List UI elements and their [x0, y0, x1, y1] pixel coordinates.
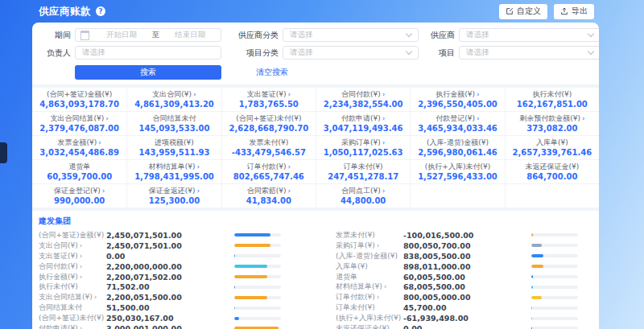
stat-card[interactable]: 采购订单(¥)›1,050,117,025.63 [316, 135, 410, 159]
stat-value: 4,861,309,413.20 [129, 100, 219, 109]
customize-button[interactable]: 自定义 [499, 4, 547, 19]
stat-card[interactable]: 保证金登记(¥)›990,000.00 [32, 183, 126, 208]
drill-arrow-icon: › [384, 282, 387, 290]
export-button[interactable]: 导出 [554, 4, 594, 19]
stat-card[interactable]: 订单付款(¥)›802,665,747.46 [221, 159, 316, 183]
stat-value: 2,234,382,554.00 [318, 100, 408, 109]
stat-card[interactable]: 剩余预付款金额(¥)›373,082.00 [505, 111, 599, 135]
stat-card[interactable]: 支出签证(¥)›1,783,765.50 [221, 88, 316, 111]
metric-value: 800,050,700.00 [403, 241, 531, 250]
drill-arrow-icon: › [197, 187, 200, 195]
stat-value: 990,000.00 [34, 196, 125, 206]
metric-bar [531, 254, 578, 257]
stat-card[interactable]: 合同点工(¥)›44,800.00 [316, 183, 410, 208]
metric-row[interactable]: 材料结算单(¥)›68,005,500.00 [336, 282, 592, 292]
stat-card[interactable]: 保证金返还(¥)›125,300.00 [126, 183, 221, 208]
clear-search-link[interactable]: 清空搜索 [256, 67, 288, 78]
stat-card[interactable]: 合同索赔(¥)›41,834.00 [221, 183, 316, 208]
stat-label: (执行+入库)未付(¥) [412, 162, 502, 171]
metric-row[interactable]: 执行金额(¥)›2,200,071,502.00 [39, 272, 295, 282]
stat-value: 3,465,934,033.46 [412, 124, 502, 134]
stat-label: 合同索赔(¥)› [224, 187, 314, 195]
page-title: 供应商账款 [39, 5, 91, 19]
metric-row[interactable]: 采购订单(¥)›800,050,700.00 [336, 241, 592, 251]
metric-row[interactable]: 合同付款(¥)›2,200,000,000.00 [39, 261, 295, 272]
metric-row[interactable]: 支出签证(¥)›0.00 [39, 251, 295, 261]
drill-arrow-icon: › [382, 90, 386, 98]
stat-card: 退货单60,359,700.00 [32, 159, 126, 183]
screen: 供应商账款 ? 自定义 导出 期间 开始日期 至 结束日期 [0, 0, 644, 329]
metric-value: 3,000,001,000.00 [106, 324, 234, 329]
metric-label: (入库-退货)金额(¥) [336, 251, 403, 261]
metric-row[interactable]: 支出合同(¥)›2,450,071,501.00 [39, 241, 295, 251]
stat-card[interactable]: 合同付款(¥)›2,234,382,554.00 [316, 88, 410, 111]
stat-label: 进项税额(¥) [129, 138, 219, 147]
chevron-down-icon [588, 31, 594, 37]
stat-card[interactable]: 付款登记(¥)›3,465,934,033.46 [410, 111, 504, 135]
stat-card: 进项税额(¥)143,959,511.93 [126, 135, 221, 159]
supplier-label: 供应商 [423, 30, 455, 41]
stat-card[interactable]: 材料结算单(¥)›1,798,431,995.00 [126, 159, 221, 183]
stat-card: 合同结算未付145,093,533.00 [126, 111, 221, 135]
topbar: 供应商账款 ? 自定义 导出 [0, 0, 644, 23]
chevron-down-icon [588, 48, 594, 55]
stat-card: (执行+入库)未付(¥)1,527,596,433.00 [410, 159, 504, 183]
period-label: 期间 [47, 30, 71, 41]
help-icon[interactable]: ? [96, 6, 105, 16]
project-category-label: 项目分类 [232, 47, 279, 59]
stat-value: 2,628,668,790.70 [224, 124, 314, 134]
supplier-category-select[interactable]: 请选择 [283, 28, 419, 42]
stat-card[interactable]: 支出合同结算(¥)›2,379,476,087.00 [32, 111, 126, 135]
metric-row: 发票未付(¥)-100,016,500.00 [336, 230, 592, 241]
project-category-select[interactable]: 请选择 [283, 46, 419, 60]
metric-row: 退货单60,005,500.00 [336, 272, 592, 282]
metric-value: 2,200,071,502.00 [106, 273, 234, 282]
stat-card[interactable]: 发票金额(¥)›3,032,454,486.89 [32, 135, 126, 159]
metric-value: 51,500.00 [106, 303, 234, 312]
metric-row[interactable]: 付款申请(¥)›3,000,001,000.00 [39, 323, 295, 329]
drill-arrow-icon: › [382, 187, 386, 195]
stat-label: 支出合同结算(¥)› [34, 114, 125, 123]
stat-card: 未返还保证金(¥)864,700.00 [505, 159, 599, 183]
project-select[interactable]: 请选择 [459, 46, 599, 60]
metric-value: 2,200,000,000.00 [106, 262, 234, 271]
stat-value: 125,300.00 [129, 196, 219, 206]
stat-label: 保证金返还(¥)› [129, 187, 219, 195]
stat-value: 162,167,851.00 [507, 100, 597, 109]
metric-label: 执行金额(¥)› [39, 272, 106, 282]
stat-label: 执行未付(¥) [507, 90, 597, 99]
metric-value: 68,005,500.00 [403, 282, 531, 291]
stat-label: 合同点工(¥)› [318, 187, 408, 195]
stat-card[interactable]: 付款申请(¥)›3,047,119,493.46 [316, 111, 410, 135]
metric-value: 898,011,000.00 [403, 262, 531, 271]
search-button[interactable]: 搜索 [75, 65, 221, 80]
stat-label: (入库-退货)金额(¥) [412, 138, 502, 147]
metric-row[interactable]: 订单付款(¥)›800,005,000.00 [336, 292, 592, 302]
metric-label: 发票未付(¥) [336, 230, 403, 241]
metric-row: 合同结算未付51,500.00 [39, 302, 295, 313]
metric-label: 合同付款(¥)› [39, 261, 106, 272]
metric-label: 订单付款(¥)› [336, 292, 403, 302]
owner-select[interactable]: 请选择 [75, 46, 221, 60]
metric-bar [531, 275, 578, 278]
main-panel: 期间 开始日期 至 结束日期 供应商分类 请选择 供应商 [32, 23, 599, 329]
stat-label: 订单未付(¥) [318, 162, 408, 171]
stat-card[interactable]: 执行金额(¥)›2,396,550,405.00 [410, 88, 504, 111]
metric-row[interactable]: 支出合同结算(¥)›2,200,051,500.00 [39, 292, 295, 302]
top-actions: 自定义 导出 [499, 4, 594, 19]
metric-row: (执行+入库)未付(¥)-61,939,498.00 [336, 313, 592, 323]
drill-arrow-icon: › [287, 162, 291, 171]
stat-card-empty [505, 183, 599, 208]
supplier-select[interactable]: 请选择 [459, 28, 599, 42]
stat-card[interactable]: 支出合同(¥)›4,861,309,413.20 [126, 88, 221, 111]
drill-arrow-icon: › [98, 138, 101, 146]
stat-value: 2,657,339,761.46 [507, 148, 597, 158]
metric-value: 0.00 [403, 324, 531, 329]
group-name[interactable]: 建发集团 [39, 216, 592, 227]
drill-arrow-icon: › [80, 324, 83, 329]
side-drawer-handle[interactable] [0, 142, 7, 163]
drill-arrow-icon: › [80, 262, 83, 270]
period-daterange-input[interactable]: 开始日期 至 结束日期 [75, 28, 221, 42]
metric-value: 0.00 [106, 252, 234, 261]
metric-row: 订单未付(¥)45,700.00 [336, 302, 592, 313]
